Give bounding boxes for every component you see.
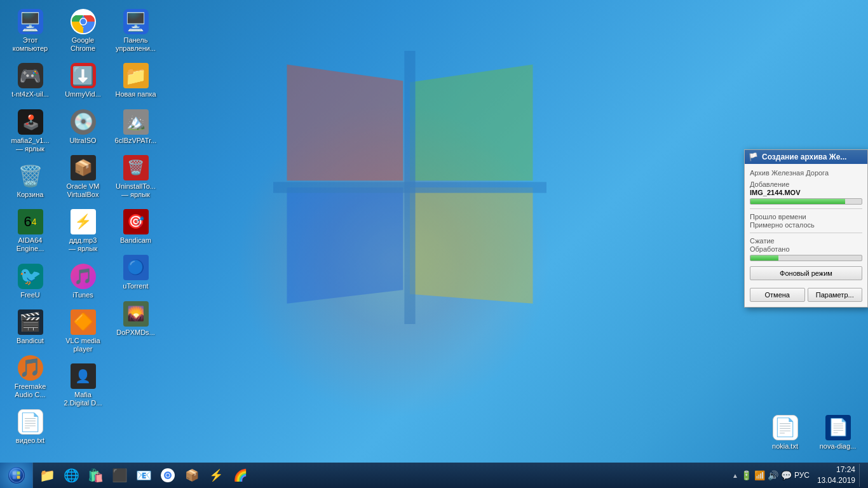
nova-diag-icon: 📄 bbox=[825, 415, 851, 440]
dialog-action-buttons: Отмена Параметр... bbox=[750, 288, 862, 302]
chat-icon[interactable]: 💬 bbox=[781, 470, 792, 480]
icon-ultraiso[interactable]: 💿 UltraISO bbox=[59, 107, 107, 147]
taskbar-ie[interactable]: 🌐 bbox=[60, 464, 83, 487]
nokia-txt-label: nokia.txt bbox=[772, 442, 798, 451]
uninstalltoo-icon: 🗑️ bbox=[123, 155, 149, 180]
dialog-divider-2 bbox=[750, 233, 862, 233]
icon-bandicut[interactable]: 🎬 Bandicut bbox=[6, 307, 54, 348]
bandicam-label: Bandicam bbox=[120, 236, 151, 245]
dialog-body: Архив Железная Дорога Добавление IMG_214… bbox=[745, 164, 867, 307]
taskbar-explorer[interactable]: 📁 bbox=[36, 464, 58, 487]
icon-utorrent[interactable]: 🔵 uTorrent bbox=[112, 252, 159, 293]
time-row: Прошло времени Примерно осталось bbox=[750, 213, 862, 229]
taskbar: 📁 🌐 🛍️ ⬛ 📧 📦 ⚡ 🌈 ▲ 🔋 📶 🔊 💬 РУС 1 bbox=[0, 463, 868, 488]
show-hidden-tray-icon[interactable]: ▲ bbox=[732, 472, 738, 479]
panel-label: Панельуправлени... bbox=[116, 36, 156, 53]
progress-bar-2-outer bbox=[750, 255, 862, 261]
svg-point-8 bbox=[8, 467, 25, 484]
ummy-label: UmmyVid... bbox=[65, 90, 101, 98]
icon-ddd-mp3[interactable]: ⚡ ддд.mp3— ярлык bbox=[59, 207, 107, 255]
dopxmds-label: DoPXMDs... bbox=[116, 329, 155, 337]
bandicut-icon: 🎬 bbox=[18, 309, 43, 335]
dialog-divider-1 bbox=[750, 208, 862, 209]
oracle-vm-label: Oracle VMVirtualBox bbox=[67, 182, 100, 199]
taskbar-right: ▲ 🔋 📶 🔊 💬 РУС 17:24 13.04.2019 bbox=[727, 463, 868, 488]
uninstalltoo-label: UninstallTo...— ярлык bbox=[116, 182, 156, 199]
dialog-title: Создание архива Же... bbox=[762, 152, 846, 161]
icon-ummy[interactable]: ⬇️ UmmyVid... bbox=[59, 60, 107, 101]
vlc-icon: 🔶 bbox=[71, 309, 96, 335]
icon-bandicam[interactable]: 🎯 Bandicam bbox=[112, 207, 159, 247]
svg-rect-10 bbox=[13, 471, 16, 475]
start-button[interactable] bbox=[0, 463, 33, 488]
svg-rect-12 bbox=[13, 476, 16, 479]
freeu-icon: 🐦 bbox=[18, 264, 43, 289]
icon-aida64[interactable]: 64 AIDA64Engine... bbox=[6, 207, 54, 255]
network-icon[interactable]: 📶 bbox=[754, 470, 765, 480]
icon-this-computer[interactable]: 🖥️ Этоткомпьютер bbox=[6, 6, 54, 55]
this-computer-icon: 🖥️ bbox=[18, 9, 43, 34]
mafia2-label: mafia2_v1...— ярлык bbox=[11, 137, 50, 153]
taskbar-daemon[interactable]: ⚡ bbox=[205, 464, 227, 487]
desktop-icons-container: 🖥️ Этоткомпьютер 🎮 t-nt4zX-uil... 🕹️ maf… bbox=[0, 0, 330, 464]
icon-new-folder[interactable]: 📁 Новая папка bbox=[112, 60, 159, 101]
chrome-icon bbox=[71, 9, 96, 34]
params-button[interactable]: Параметр... bbox=[808, 288, 863, 302]
start-orb-icon bbox=[8, 466, 25, 484]
time-elapsed-label: Прошло времени bbox=[750, 213, 862, 220]
language-indicator[interactable]: РУС bbox=[794, 471, 810, 480]
mafia2-digital-label: Mafia2.Digital D... bbox=[64, 391, 102, 407]
icon-korzina[interactable]: 🗑️ Корзина bbox=[6, 161, 54, 201]
bandicut-label: Bandicut bbox=[17, 337, 44, 345]
system-clock[interactable]: 17:24 13.04.2019 bbox=[817, 464, 855, 486]
oracle-vm-icon: 📦 bbox=[71, 155, 96, 180]
svg-text:🕹️: 🕹️ bbox=[22, 114, 39, 131]
video-txt-label: видео.txt bbox=[16, 437, 44, 445]
bg-mode-section: Фоновый режим bbox=[750, 266, 862, 283]
icon-6clbz[interactable]: 🏔️ 6clBzVPATr... bbox=[112, 107, 159, 147]
icon-google-chrome[interactable]: GoogleChrome bbox=[59, 6, 107, 55]
taskbar-rainmeter[interactable]: 🌈 bbox=[229, 464, 252, 487]
volume-icon[interactable]: 🔊 bbox=[768, 470, 778, 480]
system-tray: ▲ 🔋 📶 🔊 💬 РУС bbox=[732, 470, 810, 480]
chrome-label: GoogleChrome bbox=[71, 36, 95, 53]
progress-bar-1-outer bbox=[750, 198, 862, 205]
nova-diag-label: nova-diag... bbox=[820, 442, 856, 451]
icon-uninstalltoo[interactable]: 🗑️ UninstallTo...— ярлык bbox=[112, 152, 159, 201]
archive-name-label: Архив Железная Дорога bbox=[750, 169, 862, 177]
icon-t-nt4zx[interactable]: 🎮 t-nt4zX-uil... bbox=[6, 60, 54, 101]
aida64-icon: 64 bbox=[18, 209, 43, 234]
taskbar-chrome[interactable] bbox=[156, 464, 179, 487]
mafia2-icon: 🕹️ bbox=[18, 109, 43, 135]
archive-name-row: Архив Железная Дорога bbox=[750, 169, 862, 177]
video-txt-icon: 📄 bbox=[18, 409, 43, 435]
icon-dopxmds[interactable]: 🌄 DoPXMDs... bbox=[112, 299, 159, 339]
icon-itunes[interactable]: 🎵 iTunes bbox=[59, 261, 107, 302]
taskbar-store[interactable]: 🛍️ bbox=[84, 464, 107, 487]
progress-bar-2-inner bbox=[750, 255, 778, 261]
icon-mafia2-digital[interactable]: 👤 Mafia2.Digital D... bbox=[59, 361, 107, 410]
t-nt4zx-label: t-nt4zX-uil... bbox=[11, 90, 49, 98]
icon-freemake[interactable]: 🎵 FreemakeAudio C... bbox=[6, 353, 54, 402]
itunes-icon: 🎵 bbox=[71, 264, 96, 289]
icon-vlc[interactable]: 🔶 VLC mediaplayer bbox=[59, 307, 107, 356]
icon-nova-diag[interactable]: 📄 nova-diag... bbox=[814, 412, 862, 453]
6clbz-icon: 🏔️ bbox=[123, 109, 149, 135]
cancel-button[interactable]: Отмена bbox=[750, 288, 805, 302]
svg-point-7 bbox=[80, 19, 86, 25]
taskbar-mail[interactable]: 📧 bbox=[132, 464, 155, 487]
battery-icon[interactable]: 🔋 bbox=[741, 470, 752, 480]
show-desktop-button[interactable] bbox=[859, 464, 863, 487]
vlc-label: VLC mediaplayer bbox=[65, 337, 100, 353]
taskbar-terminal[interactable]: ⬛ bbox=[108, 464, 131, 487]
icon-video-txt[interactable]: 📄 видео.txt bbox=[6, 407, 54, 447]
taskbar-virtualbox[interactable]: 📦 bbox=[180, 464, 203, 487]
svg-point-17 bbox=[166, 474, 170, 477]
icon-freeu[interactable]: 🐦 FreeU bbox=[6, 261, 54, 302]
icon-panel[interactable]: 🖥️ Панельуправлени... bbox=[112, 6, 159, 55]
icon-nokia-txt[interactable]: 📄 nokia.txt bbox=[761, 412, 809, 453]
icon-oracle-vm[interactable]: 📦 Oracle VMVirtualBox bbox=[59, 152, 107, 201]
icon-mafia2[interactable]: 🕹️ mafia2_v1...— ярлык bbox=[6, 107, 54, 156]
progress-bar-1-inner bbox=[750, 199, 845, 204]
bg-mode-button[interactable]: Фоновый режим bbox=[750, 266, 862, 280]
